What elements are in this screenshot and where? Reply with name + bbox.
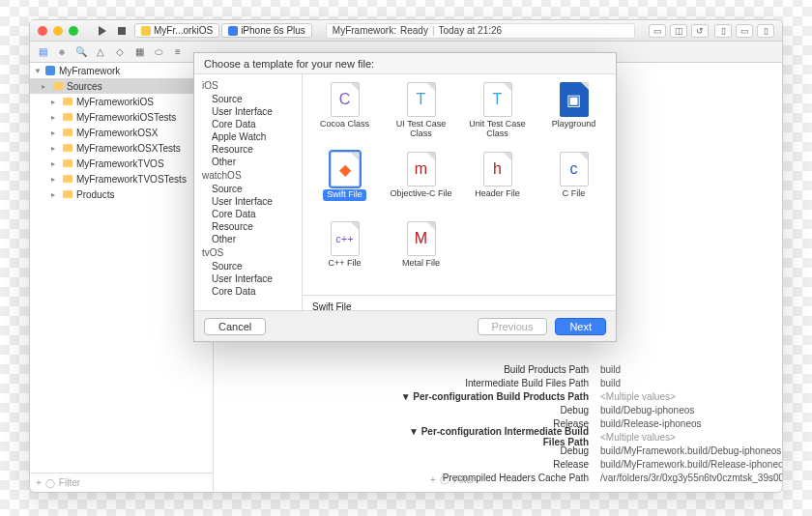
navigator-item[interactable]: ▸MyFrameworkOSX? <box>30 125 213 140</box>
find-nav-icon[interactable]: 🔍 <box>74 45 88 59</box>
template-item[interactable]: TUnit Test Case Class <box>461 82 534 148</box>
setting-row[interactable]: Intermediate Build Files Pathbuild <box>388 376 782 389</box>
category-item[interactable]: Core Data <box>194 118 302 130</box>
template-item[interactable]: hHeader File <box>461 152 534 217</box>
titlebar: MyFr...orkiOS iPhone 6s Plus MyFramework… <box>30 20 782 42</box>
navigator-item[interactable]: ▸MyFrameworkOSXTests? <box>30 140 213 156</box>
setting-row[interactable]: Build Products Pathbuild <box>388 362 782 376</box>
template-item[interactable]: c++C++ File <box>308 221 381 287</box>
navigator-item[interactable]: ▸MyFrameworkTVOS? <box>30 156 213 171</box>
disclosure-icon[interactable]: ▸ <box>51 144 59 153</box>
category-item[interactable]: Resource <box>194 143 302 156</box>
category-item[interactable]: Source <box>194 93 302 105</box>
template-item[interactable]: ▣Playground <box>537 82 610 148</box>
cancel-button[interactable]: Cancel <box>204 318 266 335</box>
breakpoint-nav-icon[interactable]: ⬭ <box>152 45 165 59</box>
filter-icon[interactable]: ◯ <box>45 478 55 488</box>
disclosure-icon[interactable]: ▸ <box>51 129 59 137</box>
navigator-item[interactable]: ▸Products? <box>30 186 213 202</box>
category-item[interactable]: Core Data <box>194 208 302 220</box>
setting-value[interactable]: build/MyFramework.build/Release-iphoneos <box>600 459 782 470</box>
toggle-debug-button[interactable]: ▭ <box>736 24 753 38</box>
navigator-item-label: MyFrameworkOSXTests <box>76 143 181 154</box>
template-item[interactable]: mObjective-C File <box>385 152 457 217</box>
status-state: Ready <box>400 25 428 36</box>
setting-row[interactable]: Releasebuild/MyFramework.build/Release-i… <box>388 457 782 471</box>
navigator-item[interactable]: ▸MyFrameworkiOS? <box>30 94 213 109</box>
disclosure-icon[interactable]: ▸ <box>42 82 49 91</box>
template-label: Unit Test Case Class <box>465 120 531 139</box>
category-header: watchOS <box>194 168 302 183</box>
category-item[interactable]: User Interface <box>194 272 302 285</box>
disclosure-icon[interactable]: ▸ <box>51 190 59 199</box>
category-item[interactable]: Other <box>194 233 302 245</box>
template-item[interactable]: ◆Swift File <box>308 152 381 217</box>
project-root[interactable]: ▼ MyFramework M <box>30 63 213 78</box>
category-item[interactable]: Other <box>194 156 302 168</box>
category-item[interactable]: User Interface <box>194 195 302 208</box>
setting-value[interactable]: build/Release-iphoneos <box>600 418 782 429</box>
template-icon: T <box>407 82 436 117</box>
setting-value[interactable]: build <box>600 364 782 375</box>
add-icon[interactable]: + <box>36 477 42 488</box>
run-button[interactable] <box>96 24 109 38</box>
category-item[interactable]: User Interface <box>194 105 302 118</box>
debug-nav-icon[interactable]: ▦ <box>132 45 146 59</box>
report-nav-icon[interactable]: ≡ <box>171 45 185 59</box>
project-navigator: ▼ MyFramework M ▸SourcesS▸MyFrameworkiOS… <box>30 63 214 492</box>
add-icon[interactable]: + <box>430 474 436 485</box>
activity-view: MyFramework: Ready | Today at 21:26 <box>326 23 635 39</box>
setting-value[interactable]: build/MyFramework.build/Debug-iphoneos <box>600 445 782 456</box>
category-item[interactable]: Source <box>194 183 302 195</box>
scheme-target[interactable]: MyFr...orkiOS <box>134 23 219 38</box>
setting-value[interactable]: /var/folders/3r/0xg3y55n6tv0czmtsk_39s00… <box>600 473 782 483</box>
disclosure-icon[interactable]: ▼ <box>34 67 42 75</box>
filter-icon[interactable]: ◯ <box>440 474 450 484</box>
symbol-nav-icon[interactable]: ⎈ <box>55 45 69 59</box>
template-item[interactable]: TUI Test Case Class <box>385 82 457 148</box>
category-item[interactable]: Resource <box>194 220 302 233</box>
setting-row[interactable]: Debugbuild/Debug-iphoneos <box>388 403 782 416</box>
test-nav-icon[interactable]: ◇ <box>113 45 127 59</box>
folder-icon <box>63 129 72 136</box>
toggle-navigator-button[interactable]: ▯ <box>714 24 732 38</box>
template-item[interactable]: cC File <box>537 152 610 217</box>
disclosure-icon[interactable]: ▸ <box>51 159 59 168</box>
close-icon[interactable] <box>38 26 47 36</box>
setting-row[interactable]: ▼ Per-configuration Intermediate Build F… <box>388 430 782 444</box>
setting-value[interactable]: build/Debug-iphoneos <box>600 405 782 416</box>
setting-row[interactable]: Debugbuild/MyFramework.build/Debug-iphon… <box>388 444 782 457</box>
navigator-item[interactable]: ▸MyFrameworkTVOSTests? <box>30 171 213 186</box>
panel-toggles: ▯ ▭ ▯ <box>714 24 774 38</box>
scheme-device[interactable]: iPhone 6s Plus <box>221 23 312 38</box>
toggle-inspector-button[interactable]: ▯ <box>757 24 774 38</box>
next-button[interactable]: Next <box>555 318 606 335</box>
disclosure-icon[interactable]: ▸ <box>51 113 59 122</box>
filter-placeholder[interactable]: Filter <box>453 474 475 485</box>
stop-button[interactable] <box>115 24 129 38</box>
setting-value[interactable]: <Multiple values> <box>600 391 782 402</box>
zoom-icon[interactable] <box>69 26 78 36</box>
template-category-list[interactable]: iOSSourceUser InterfaceCore DataApple Wa… <box>194 74 303 310</box>
project-nav-icon[interactable]: ▤ <box>36 45 49 59</box>
category-item[interactable]: Apple Watch <box>194 130 302 143</box>
disclosure-icon[interactable]: ▸ <box>51 175 59 184</box>
filter-placeholder[interactable]: Filter <box>59 477 80 488</box>
navigator-item[interactable]: ▸MyFrameworkiOSTests? <box>30 109 213 125</box>
template-icon: h <box>483 152 512 186</box>
setting-row[interactable]: ▼ Per-configuration Build Products Path<… <box>388 389 782 403</box>
assistant-editor-button[interactable]: ◫ <box>670 24 687 38</box>
category-item[interactable]: Core Data <box>194 285 302 298</box>
disclosure-icon[interactable]: ▸ <box>51 98 59 106</box>
version-editor-button[interactable]: ↺ <box>691 24 709 38</box>
category-item[interactable]: Source <box>194 260 302 272</box>
navigator-item[interactable]: ▸SourcesS <box>30 78 213 94</box>
issue-nav-icon[interactable]: △ <box>94 45 107 59</box>
setting-value[interactable]: <Multiple values> <box>600 432 782 443</box>
template-label: Metal File <box>402 259 440 269</box>
template-item[interactable]: CCocoa Class <box>308 82 381 148</box>
setting-value[interactable]: build <box>600 378 782 388</box>
template-item[interactable]: MMetal File <box>385 221 457 287</box>
standard-editor-button[interactable]: ▭ <box>649 24 666 38</box>
minimize-icon[interactable] <box>53 26 63 36</box>
